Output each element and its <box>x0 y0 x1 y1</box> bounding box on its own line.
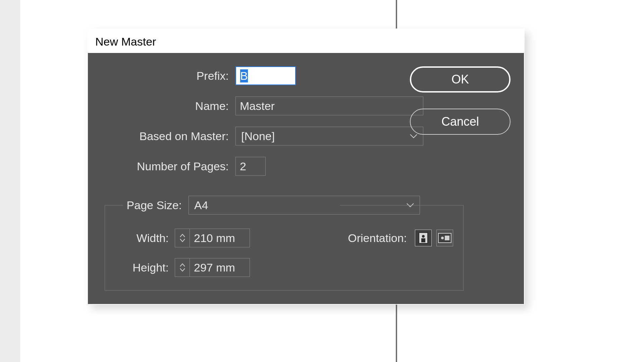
cancel-button[interactable]: Cancel <box>410 109 511 135</box>
chevron-down-icon <box>179 238 185 242</box>
width-spin-buttons[interactable] <box>175 229 190 247</box>
chevron-down-icon <box>179 268 185 272</box>
dialog-form: Prefix: Name: Based on Master: [None] Nu… <box>101 66 443 291</box>
based-on-dropdown[interactable]: [None] <box>235 127 423 145</box>
svg-point-1 <box>422 235 425 238</box>
dialog-title: New Master <box>88 29 524 53</box>
orientation-label: Orientation: <box>348 232 407 245</box>
svg-rect-5 <box>445 236 449 240</box>
landscape-page-icon <box>438 233 451 243</box>
dialog-button-column: OK Cancel <box>410 66 511 135</box>
svg-rect-2 <box>421 238 425 242</box>
svg-point-4 <box>441 237 444 239</box>
height-input[interactable] <box>190 258 250 277</box>
height-spin-buttons[interactable] <box>175 258 190 277</box>
width-stepper[interactable] <box>175 229 250 247</box>
page-size-group: Width: Orientation: <box>105 205 464 291</box>
name-label: Name: <box>101 100 235 113</box>
based-on-label: Based on Master: <box>101 130 235 143</box>
new-master-dialog: New Master OK Cancel Prefix: Name: Based… <box>87 28 525 305</box>
chevron-up-icon <box>179 234 185 238</box>
height-label: Height: <box>115 261 175 274</box>
portrait-page-icon <box>419 232 428 244</box>
width-label: Width: <box>115 232 175 245</box>
orientation-portrait-button[interactable] <box>415 230 432 246</box>
prefix-label: Prefix: <box>101 69 235 82</box>
chevron-up-icon <box>179 263 185 267</box>
width-input[interactable] <box>190 229 250 247</box>
num-pages-input[interactable] <box>235 157 266 176</box>
name-input[interactable] <box>235 97 423 115</box>
height-stepper[interactable] <box>175 258 250 277</box>
based-on-value: [None] <box>241 130 275 143</box>
orientation-landscape-button[interactable] <box>436 230 453 246</box>
prefix-input[interactable] <box>235 66 296 85</box>
document-margin-stripe <box>0 0 20 362</box>
ok-button[interactable]: OK <box>410 66 511 93</box>
num-pages-label: Number of Pages: <box>101 160 235 173</box>
